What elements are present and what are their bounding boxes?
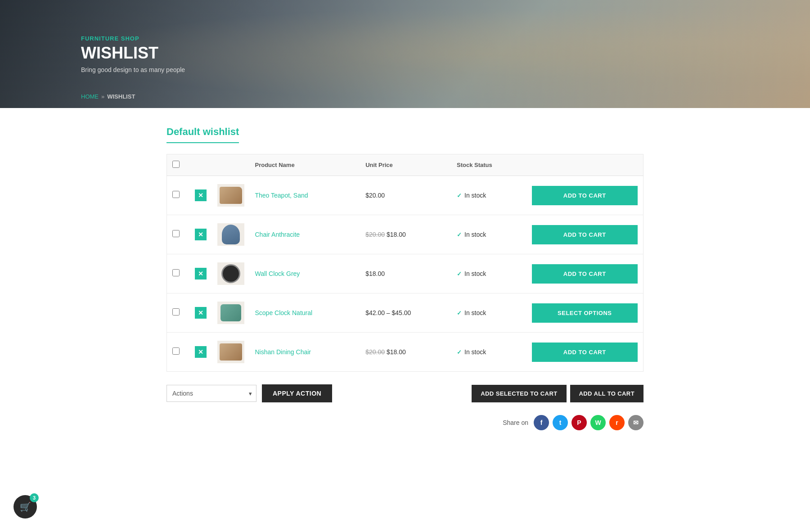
product-image-4 [217, 302, 244, 324]
table-row: ✕Theo Teapot, Sand$20.00✓In stockADD TO … [167, 176, 644, 215]
row-checkbox-4[interactable] [172, 308, 180, 316]
add-to-cart-button-1[interactable]: ADD TO CART [532, 186, 638, 205]
remove-item-button-4[interactable]: ✕ [195, 307, 207, 319]
main-content: Default wishlist Product Name Unit Price… [158, 108, 652, 457]
share-label: Share on [503, 419, 528, 426]
share-whatsapp-button[interactable]: W [590, 415, 606, 430]
product-price-2: $20.00$18.00 [365, 231, 406, 238]
header-unit-price: Unit Price [360, 154, 451, 176]
bottom-left-actions: Actions Remove selected APPLY ACTION [166, 384, 332, 402]
apply-action-button[interactable]: APPLY ACTION [262, 384, 332, 402]
hero-subtitle: Bring good design to as many people [81, 66, 729, 73]
add-all-to-cart-button[interactable]: ADD ALL TO CART [570, 385, 644, 402]
add-to-cart-button-3[interactable]: ADD TO CART [532, 264, 638, 284]
remove-item-button-2[interactable]: ✕ [195, 229, 207, 240]
stock-status-4: ✓In stock [457, 309, 521, 316]
add-selected-to-cart-button[interactable]: ADD SELECTED TO CART [472, 385, 566, 402]
row-checkbox-1[interactable] [172, 191, 180, 198]
product-name-link-5[interactable]: Nishan Dining Chair [255, 348, 311, 356]
product-name-link-2[interactable]: Chair Anthracite [255, 231, 300, 238]
wishlist-table: Product Name Unit Price Stock Status ✕Th… [166, 154, 644, 372]
product-image-1 [217, 184, 244, 207]
product-name-link-4[interactable]: Scope Clock Natural [255, 309, 313, 316]
product-price-1: $20.00 [365, 192, 385, 199]
header-product-name: Product Name [250, 154, 360, 176]
breadcrumb-home-link[interactable]: HOME [81, 93, 99, 100]
bottom-bar: Actions Remove selected APPLY ACTION ADD… [166, 384, 644, 402]
header-check [167, 154, 189, 176]
stock-status-5: ✓In stock [457, 348, 521, 356]
share-email-button[interactable]: ✉ [628, 415, 644, 430]
wishlist-title: Default wishlist [166, 126, 239, 143]
table-header-row: Product Name Unit Price Stock Status [167, 154, 644, 176]
hero-title: WISHLIST [81, 44, 729, 63]
header-action [526, 154, 644, 176]
product-price-5: $20.00$18.00 [365, 348, 406, 356]
header-remove [189, 154, 212, 176]
row-checkbox-3[interactable] [172, 269, 180, 276]
share-reddit-button[interactable]: r [609, 415, 625, 430]
product-price-3: $18.00 [365, 270, 385, 277]
stock-status-2: ✓In stock [457, 231, 521, 238]
product-price-4: $42.00 – $45.00 [365, 309, 411, 316]
select-options-button-4[interactable]: SELECT OPTIONS [532, 303, 638, 323]
remove-item-button-1[interactable]: ✕ [195, 189, 207, 201]
actions-dropdown[interactable]: Actions Remove selected [166, 385, 256, 402]
breadcrumb-current: WISHLIST [107, 93, 135, 100]
table-row: ✕Scope Clock Natural$42.00 – $45.00✓In s… [167, 293, 644, 333]
header-stock-status: Stock Status [451, 154, 526, 176]
product-image-3 [217, 262, 244, 285]
select-all-checkbox[interactable] [172, 161, 180, 168]
share-section: Share on f t P W r ✉ [166, 415, 644, 430]
remove-item-button-5[interactable]: ✕ [195, 346, 207, 358]
share-pinterest-button[interactable]: P [572, 415, 587, 430]
product-image-5 [217, 341, 244, 363]
shop-label: FURNITURE SHOP [81, 35, 729, 42]
share-twitter-button[interactable]: t [553, 415, 568, 430]
bottom-right-actions: ADD SELECTED TO CART ADD ALL TO CART [472, 385, 644, 402]
header-image [212, 154, 250, 176]
row-checkbox-5[interactable] [172, 347, 180, 355]
table-row: ✕Nishan Dining Chair$20.00$18.00✓In stoc… [167, 333, 644, 372]
actions-select-wrapper: Actions Remove selected [166, 385, 256, 402]
product-name-link-3[interactable]: Wall Clock Grey [255, 270, 300, 277]
table-row: ✕Wall Clock Grey$18.00✓In stockADD TO CA… [167, 254, 644, 293]
row-checkbox-2[interactable] [172, 230, 180, 237]
stock-status-1: ✓In stock [457, 192, 521, 199]
remove-item-button-3[interactable]: ✕ [195, 268, 207, 280]
share-facebook-button[interactable]: f [534, 415, 549, 430]
add-to-cart-button-2[interactable]: ADD TO CART [532, 225, 638, 244]
table-row: ✕Chair Anthracite$20.00$18.00✓In stockAD… [167, 215, 644, 254]
product-name-link-1[interactable]: Theo Teapot, Sand [255, 192, 308, 199]
stock-status-3: ✓In stock [457, 270, 521, 277]
product-image-2 [217, 223, 244, 246]
add-to-cart-button-5[interactable]: ADD TO CART [532, 343, 638, 362]
breadcrumb-separator: » [101, 93, 104, 100]
breadcrumb: HOME » WISHLIST [81, 93, 135, 100]
hero-section: FURNITURE SHOP WISHLIST Bring good desig… [0, 0, 810, 108]
